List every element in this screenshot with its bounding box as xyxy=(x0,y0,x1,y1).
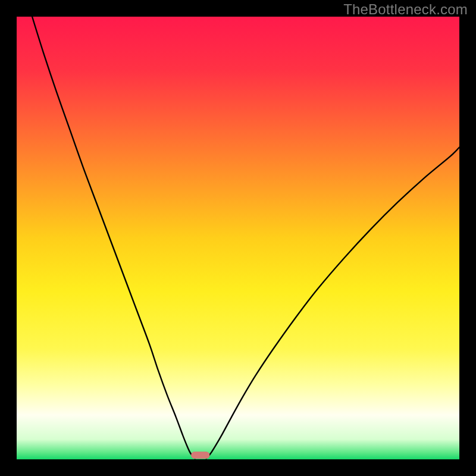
gradient-background xyxy=(17,17,459,459)
chart-frame: TheBottleneck.com xyxy=(0,0,476,476)
optimal-marker xyxy=(191,452,209,459)
watermark-text: TheBottleneck.com xyxy=(343,1,468,18)
bottleneck-chart xyxy=(17,17,459,459)
optimal-marker-pill xyxy=(191,452,209,459)
plot-area xyxy=(17,17,459,459)
